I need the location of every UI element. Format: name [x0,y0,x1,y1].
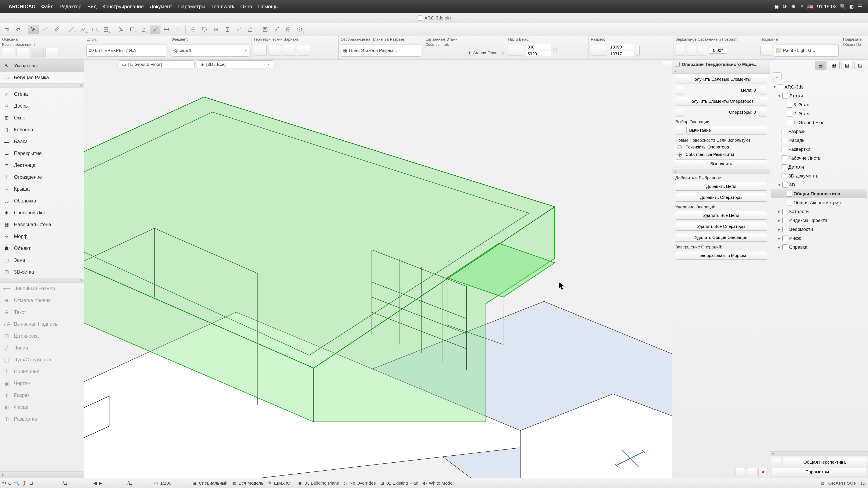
zoom-level[interactable]: 1:100 [160,481,172,486]
polyline-geom-button[interactable] [78,25,88,34]
filter-tool-button[interactable] [260,25,271,34]
layer-combo[interactable]: 00 05 ПЕРЕКРЫТИЯ.А [87,44,167,57]
tool-shell[interactable]: ◡Оболочка [0,195,84,207]
status-mvo[interactable]: 03 Building Plans [305,481,339,486]
status-model-filter[interactable]: Вся Модель [239,481,264,486]
spotlight-icon[interactable]: 🔍 [839,4,847,9]
linked-story-value[interactable]: 1. Ground Floor [468,51,497,55]
tree-indexes[interactable]: ▸Индексы Проекта [771,216,867,225]
nav-current-view-button[interactable]: Общая Перспектива [783,458,866,466]
view-tab-floorplan[interactable]: ▭[1. Ground Floor] [118,60,194,68]
tree-3d-docs[interactable]: 3D-документы [771,171,867,181]
tree-story-1[interactable]: 1. Ground Floor [771,118,867,127]
tool-elevation[interactable]: ◧Фасад [0,401,84,413]
move-tool-button[interactable] [188,25,198,34]
tool-beam[interactable]: ▬Балка [0,135,84,148]
del-common-button[interactable]: Удалить Общие Операции [675,233,767,242]
zoom-icon[interactable]: 🔍 [14,481,20,486]
op-type-combo[interactable]: Вычитание [686,126,767,134]
toolbox-sep-1[interactable] [0,84,84,88]
deselect-button[interactable] [17,48,29,58]
tree-worksheets[interactable]: Рабочие Листы [771,154,867,163]
tree-sections[interactable]: Разрезы [771,127,867,136]
tool-level-dim[interactable]: ⊕Отметка Уровня [0,294,84,306]
tab-overflow-button[interactable] [661,61,672,68]
element-settings-button[interactable] [45,48,58,58]
operators-store-button[interactable] [758,108,767,117]
tree-3d[interactable]: ▾3D [771,181,867,189]
close-tab-icon[interactable]: × [267,62,270,67]
graphisoft-id[interactable]: GRAPHISOFT ID [828,481,866,486]
tool-label[interactable]: ↙AВыносная Надпись [0,318,84,330]
split-tool-button[interactable] [234,25,244,34]
tool-fill[interactable]: ▨Штриховка [0,330,84,342]
menu-window[interactable]: Окно [240,4,252,9]
render-tool-button[interactable] [283,25,293,34]
tool-door[interactable]: ⌼Дверь [0,100,84,112]
next-icon[interactable]: ▶ [99,481,102,486]
cursor-pick-button[interactable] [28,25,39,34]
tool-roof[interactable]: △Крыша [0,183,84,195]
mirror-tool-button[interactable] [211,25,221,34]
elevation-icon-button[interactable] [508,45,524,56]
go-icon[interactable]: ◎ [344,481,347,486]
rect-geom-button[interactable] [89,25,100,34]
width-input[interactable] [609,44,634,50]
tool-skylight[interactable]: ◈Световой Люк [0,207,84,219]
wall-geom-button[interactable] [66,25,77,34]
add-targets-button[interactable]: Добавить Цели [675,182,767,191]
grid-snap-button[interactable] [100,25,111,34]
input-lang-icon[interactable]: 🇺🇸 [806,4,815,9]
sync-icon[interactable]: ✳ [789,4,798,9]
siri-icon[interactable]: ◐ [847,4,856,9]
tool-section[interactable]: ⟊Разрез [0,389,84,401]
view-mode-button[interactable] [294,25,305,34]
height-input[interactable] [609,51,634,57]
mvo-icon[interactable]: ▣ [298,481,302,486]
tree-schedules[interactable]: ▸Каталоги [771,207,867,216]
tool-marquee[interactable]: ▭Бегущая Рамка [0,72,84,84]
clock[interactable]: Чт 19:03 [815,4,839,9]
del-operators-button[interactable]: Удалить Все Операторы [675,222,767,231]
dimension-tool-button[interactable] [161,25,172,34]
radio-operator-attrs[interactable] [678,145,682,149]
notification-center-icon[interactable]: ☰ [856,4,864,9]
prev-icon[interactable]: ◀ [93,481,97,486]
nav-params-button[interactable]: Параметры... [772,468,866,476]
tool-arrow[interactable]: ↖Указатель [0,60,84,72]
tree-3d-axo[interactable]: Общая Аксонометрия [771,198,867,207]
geom-opt-4-button[interactable] [297,45,310,56]
seo-sep-1[interactable] [673,69,770,74]
eyedropper-button[interactable] [51,25,62,34]
bottom-input[interactable] [526,44,551,50]
elevate-tool-button[interactable] [222,25,233,34]
rotate-button[interactable] [698,45,707,56]
home-tool-button[interactable] [245,25,255,34]
mirror-v-button[interactable] [687,45,696,56]
dock-close-button[interactable]: ✕ [758,468,768,476]
targets-store-button[interactable] [758,86,767,94]
tool-slab[interactable]: ▭Перекрытие [0,148,84,159]
lock-tool-button[interactable] [138,25,149,34]
zoom-extents-icon[interactable]: ⊡ [29,481,33,486]
dock-new-button[interactable] [736,468,745,476]
tool-object[interactable]: ☗Объект [0,242,84,254]
to-morphs-button[interactable]: Преобразовать в Морфы [675,251,767,260]
surface-override-button[interactable] [761,45,772,56]
status-reno[interactable]: 01 Existing Plan [386,481,418,486]
layer-combo-icon[interactable]: ≣ [193,481,197,486]
status-overrides[interactable]: No Overrides [350,481,376,486]
tree-details[interactable]: Детали [771,163,867,171]
size-icon-button[interactable] [591,45,607,56]
app-name[interactable]: ARCHICAD [8,4,36,9]
linked-story-toggle[interactable] [500,51,504,55]
size-link-toggle[interactable] [636,45,640,56]
tree-story-3[interactable]: 3. Этаж [771,100,867,109]
tree-info[interactable]: ▸Инфо [771,234,867,243]
model-filter-icon[interactable]: ▦ [232,481,237,486]
filter-selection-button[interactable] [31,48,44,58]
trace-tool-button[interactable] [272,25,282,34]
get-operators-button[interactable]: Получить Элементы Операторов [675,97,767,105]
tool-curtainwall[interactable]: ▦Навесная Стена [0,219,84,230]
add-operators-button[interactable]: Добавить Операторы [675,193,767,202]
